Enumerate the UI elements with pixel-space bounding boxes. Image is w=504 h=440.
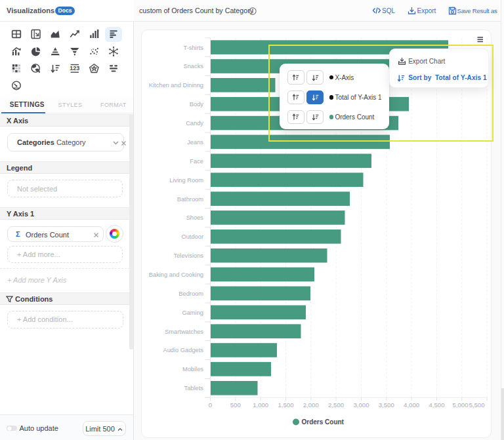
svg-text:Baking and Cooking: Baking and Cooking xyxy=(149,271,203,278)
svg-text:Mobiles: Mobiles xyxy=(182,366,203,372)
svg-text:4,000: 4,000 xyxy=(404,401,419,409)
svg-text:Televisions: Televisions xyxy=(174,252,204,259)
svg-text:5,500: 5,500 xyxy=(469,401,484,409)
svg-text:4,500: 4,500 xyxy=(429,401,444,409)
svg-text:Outdoor: Outdoor xyxy=(181,233,203,240)
svg-text:2,500: 2,500 xyxy=(328,401,344,409)
svg-text:Tablets: Tablets xyxy=(184,385,204,391)
svg-text:Kitchen and Dininng: Kitchen and Dininng xyxy=(149,82,203,89)
svg-text:Shoes: Shoes xyxy=(186,214,204,221)
svg-text:Audio Gadgets: Audio Gadgets xyxy=(163,347,203,353)
svg-text:3,000: 3,000 xyxy=(353,401,369,409)
svg-text:Orders Count: Orders Count xyxy=(302,418,345,426)
svg-text:Gaming: Gaming xyxy=(182,310,203,316)
svg-text:Snacks: Snacks xyxy=(184,63,204,70)
svg-text:123: 123 xyxy=(70,65,79,71)
svg-text:2,000: 2,000 xyxy=(303,401,319,409)
svg-text:3,500: 3,500 xyxy=(379,401,394,409)
svg-text:1,500: 1,500 xyxy=(278,401,293,409)
svg-text:500: 500 xyxy=(230,401,241,409)
svg-text:Living Room: Living Room xyxy=(169,177,203,184)
svg-text:Smartwatches: Smartwatches xyxy=(165,329,203,335)
svg-text:Body: Body xyxy=(190,101,204,108)
svg-text:0: 0 xyxy=(209,401,212,409)
svg-text:Face: Face xyxy=(190,158,203,165)
svg-text:T-shirts: T-shirts xyxy=(184,45,204,51)
svg-text:Bedroom: Bedroom xyxy=(178,290,203,297)
svg-text:5,000: 5,000 xyxy=(452,401,468,409)
svg-text:1,000: 1,000 xyxy=(253,401,268,409)
svg-text:Bathroom: Bathroom xyxy=(177,196,204,203)
svg-text:Jeans: Jeans xyxy=(187,139,203,146)
svg-text:Candy: Candy xyxy=(186,120,203,127)
